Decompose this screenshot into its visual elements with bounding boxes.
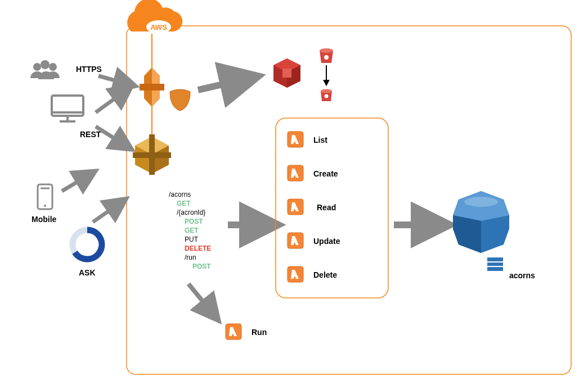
arrow-api-to-run: [188, 284, 214, 315]
lambda-run-label: Run: [252, 328, 267, 337]
api-spec-line: GET: [177, 200, 191, 207]
cloudfront-icon: [140, 67, 164, 107]
lambda-icon: [288, 266, 303, 282]
ask-icon: [73, 230, 102, 259]
users-icon: [30, 60, 60, 79]
lambda-icon: [288, 233, 303, 248]
lambda-run: Run: [226, 324, 267, 340]
svg-marker-30: [453, 215, 481, 253]
https-label: HTTPS: [76, 65, 102, 74]
dynamodb-icon: [453, 191, 509, 253]
lambda-list: List: [288, 132, 327, 147]
computer-icon: [52, 96, 83, 121]
arrow-cf-to-s3: [198, 79, 248, 90]
lambda-create: Create: [288, 165, 338, 181]
svg-point-21: [321, 89, 332, 93]
lambda-delete: Delete: [288, 266, 337, 282]
lambda-icon: [226, 324, 241, 340]
api-spec-line: DELETE: [185, 245, 211, 252]
lambda-delete-label: Delete: [313, 270, 337, 279]
api-spec-line: POST: [192, 263, 211, 270]
lambda-update-label: Update: [313, 237, 340, 246]
api-gateway-icon: [133, 134, 171, 175]
svg-point-22: [325, 94, 329, 98]
ask-label: ASK: [79, 268, 96, 277]
mobile-label: Mobile: [32, 215, 57, 224]
api-spec-line: GET: [185, 227, 199, 234]
svg-point-31: [464, 197, 498, 207]
mobile-icon: [38, 184, 52, 209]
bucket-bottom-icon: [321, 89, 332, 102]
bucket-top-icon: [320, 48, 333, 63]
db-table-label: acorns: [509, 271, 535, 280]
aws-cloud-icon: AWS: [127, 0, 182, 34]
svg-point-5: [49, 63, 57, 71]
svg-rect-18: [282, 69, 291, 78]
api-spec-line: PUT: [185, 236, 199, 243]
lambda-create-label: Create: [313, 169, 338, 178]
lambda-read-label: Read: [317, 203, 336, 212]
api-spec-line: /run: [185, 254, 196, 261]
svg-point-3: [33, 63, 41, 71]
table-icon: [487, 257, 503, 271]
svg-point-19: [320, 48, 333, 53]
lambda-icon: [288, 199, 303, 215]
arrow-computer-to-gateway: [96, 90, 127, 112]
lambda-icon: [288, 165, 303, 181]
rest-label: REST: [80, 130, 101, 139]
waf-shield-icon: [170, 89, 190, 111]
api-spec-line: /{acronId}: [177, 209, 205, 216]
lambda-update: Update: [288, 233, 340, 248]
aws-cloud-label: AWS: [150, 23, 167, 31]
svg-point-12: [44, 205, 46, 207]
api-spec-line: /acorns: [169, 191, 191, 198]
svg-rect-14: [140, 84, 164, 91]
arrow-mobile-to-apigw: [62, 174, 90, 191]
lambda-read: Read: [288, 199, 336, 215]
svg-point-4: [41, 60, 50, 69]
lambda-icon: [288, 132, 303, 147]
svg-rect-27: [149, 134, 155, 175]
svg-point-20: [324, 55, 329, 60]
lambda-list-label: List: [313, 135, 327, 144]
arrow-ask-to-apigw: [93, 202, 121, 222]
arrow-users-to-gateway: [98, 76, 129, 84]
s3-icon: [273, 58, 300, 88]
api-spec: /acornsGET/{acronId}POSTGETPUTDELETE/run…: [169, 191, 211, 270]
api-spec-line: POST: [185, 218, 203, 225]
svg-rect-32: [487, 257, 503, 271]
aws-container: [127, 26, 571, 374]
